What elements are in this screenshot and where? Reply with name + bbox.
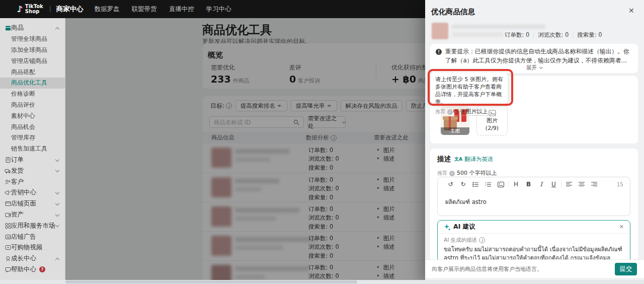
sidebar-item-manage-global-products[interactable]: 管理全球商品	[0, 34, 65, 45]
panel-close-icon[interactable]: ✕	[628, 7, 634, 15]
chevron-down-icon	[55, 168, 59, 172]
nav-live-console[interactable]: 直播中控	[169, 5, 194, 14]
sidebar-item-shoppable-videos[interactable]: 可购物视频	[0, 242, 65, 253]
app-root: ♪ TikTokShop | 商家中心 数据罗盘 联盟带货 直播中控 学习中心 …	[0, 0, 644, 284]
svg-text:AD: AD	[7, 235, 11, 239]
align-right-icon[interactable]	[588, 182, 600, 187]
improvement-filter-dropdown[interactable]: 需要改进之处	[307, 116, 346, 128]
bold-button[interactable]: B	[522, 181, 535, 188]
chevron-down-icon	[55, 190, 59, 194]
redo-icon[interactable]: ↻	[457, 181, 469, 188]
sidebar-item-products[interactable]: 商品	[0, 23, 65, 34]
panel-product-stats: 订单数: 0 浏览次数: 0 搜索量: 0	[505, 31, 602, 39]
insert-image-icon[interactable]	[495, 182, 507, 187]
check-circle-icon: ✓	[447, 109, 453, 115]
col-improvements: 需要改进之处	[374, 134, 409, 141]
info-icon[interactable]: i	[331, 135, 337, 141]
tiktok-note-icon: ♪	[17, 4, 23, 14]
recommend-label: 推荐	[435, 108, 445, 115]
search-input[interactable]	[214, 119, 293, 126]
rich-text-editor: ↺ ↻ 12 H B I U 15 ผลิตภัณฑ์ astro	[437, 177, 630, 216]
stat-need-optimize: 需要优化 233件商品	[211, 63, 250, 85]
sidebar-item-product-opportunities[interactable]: 商品机会	[0, 121, 65, 132]
translate-link[interactable]: 文A 翻译为英语	[454, 156, 493, 163]
sidebar-item-assets[interactable]: 资产	[0, 209, 65, 221]
main-image-label: 主图	[441, 127, 469, 135]
ai-close-icon[interactable]: ✕	[619, 224, 624, 230]
goal-button-search-rank[interactable]: 提高搜索排名	[235, 100, 287, 111]
ai-generated-label: AI 生成的描述i	[444, 237, 624, 244]
info-icon[interactable]: i	[226, 103, 232, 109]
sidebar-item-orders[interactable]: 订单	[0, 155, 65, 166]
font-size-value[interactable]: 15	[617, 181, 623, 187]
sidebar-item-manage-shop-products[interactable]: 管理店铺商品	[0, 55, 65, 66]
chevron-up-icon	[55, 27, 59, 31]
editor-toolbar: ↺ ↻ 12 H B I U 15	[438, 177, 630, 191]
tooltip-text: 请上传至少 5 张图片。拥有多张图片有助于客户查看商品详情，并提高客户下单概率。	[435, 76, 503, 106]
tiktok-shop-logo[interactable]: ♪ TikTokShop	[17, 4, 43, 14]
sidebar-item-app-service-market[interactable]: 应用和服务市场	[0, 220, 65, 231]
italic-button[interactable]: I	[535, 181, 547, 188]
goal-button-risky-listings[interactable]: 解决存在风险的发品	[341, 100, 403, 111]
ai-sparkle-icon	[444, 224, 451, 231]
sidebar-item-price-diagnosis[interactable]: 价格诊断	[0, 89, 65, 100]
goal-button-exposure[interactable]: 提高曝光率	[291, 100, 337, 111]
sidebar-item-product-bundles[interactable]: 商品搭配	[0, 66, 65, 78]
sidebar-item-help-center[interactable]: 帮助中心 ?	[0, 264, 65, 275]
nav-seller-center[interactable]: 商家中心	[56, 5, 84, 14]
editor-content[interactable]: ผลิตภัณฑ์ astro	[438, 191, 630, 212]
sidebar-item-asset-center[interactable]: 素材中心	[0, 110, 65, 121]
sidebar-item-add-global-products[interactable]: 添加全球商品	[0, 45, 65, 56]
scrollbar-thumb[interactable]	[65, 280, 357, 283]
optimize-product-panel: 优化商品信息 ✕ 订单数: 0 浏览次数: 0 搜索量: 0 ! 重要提示：已根…	[425, 0, 644, 284]
sidebar-item-manage-inventory[interactable]: 管理库存	[0, 132, 65, 144]
align-center-icon[interactable]	[575, 182, 588, 187]
sidebar-item-shop-ads[interactable]: AD 店铺广告	[0, 231, 65, 242]
bullet-list-icon[interactable]	[469, 182, 482, 187]
submit-button[interactable]: 提交	[615, 263, 637, 275]
align-left-icon[interactable]	[562, 182, 575, 187]
chevron-down-icon	[55, 212, 59, 216]
nav-data-compass[interactable]: 数据罗盘	[95, 5, 120, 14]
sidebar-item-shipping[interactable]: 发货	[0, 165, 65, 176]
sidebar-item-sales-accelerator[interactable]: 销售加速工具	[0, 144, 65, 155]
chevron-down-icon	[55, 201, 59, 205]
horizontal-scrollbar[interactable]	[0, 280, 644, 284]
nav-affiliate[interactable]: 联盟带货	[132, 5, 157, 14]
alert-info-icon: !	[436, 49, 442, 55]
search-icon[interactable]	[293, 119, 299, 125]
sidebar-item-product-optimizer[interactable]: 商品优化工具	[0, 78, 65, 89]
recommend-value: 5 张图片以上	[455, 108, 488, 116]
product-box-icon	[5, 25, 11, 31]
underline-button[interactable]: U	[547, 181, 560, 188]
nav-learning-center[interactable]: 学习中心	[206, 5, 231, 14]
undo-icon[interactable]: ↺	[444, 181, 457, 188]
panel-product-name-blurred	[452, 25, 545, 29]
notice-text: 重要提示：已根据你提供的信息自动生成商品名称和描述（输出）。你了解（a）此工具仅…	[445, 47, 632, 65]
panel-product-thumb-blurred	[432, 23, 448, 39]
sidebar-item-customers[interactable]: 客户	[0, 176, 65, 187]
locale-note: 向客户展示的商品信息将使用客户当地语言。	[432, 265, 542, 273]
panel-product-id-blurred	[452, 32, 503, 37]
image-count-tooltip: 请上传至少 5 张图片。拥有多张图片有助于客户查看商品详情，并提高客户下单概率。…	[431, 73, 508, 104]
important-notice-card: ! 重要提示：已根据你提供的信息自动生成商品名称和描述（输出）。你了解（a）此工…	[430, 44, 638, 73]
megaphone-icon	[5, 189, 11, 196]
logo-text: TikTokShop	[25, 4, 43, 14]
ad-screen-icon: AD	[5, 234, 11, 240]
info-icon[interactable]: i	[479, 237, 485, 243]
product-thumb-blurred	[211, 236, 231, 256]
product-search-box	[209, 116, 304, 128]
ordered-list-icon[interactable]: 12	[482, 182, 495, 187]
sidebar-item-shop-pages[interactable]: 店铺页面	[0, 198, 65, 209]
help-question-badge: ?	[39, 266, 45, 272]
sidebar-item-product-reviews[interactable]: 商品评价	[0, 100, 65, 111]
product-thumb-blurred	[211, 206, 231, 227]
sidebar-item-growth-center[interactable]: 成长中心	[0, 253, 65, 264]
sidebar-item-marketing-center[interactable]: 营销中心	[0, 187, 65, 198]
ai-suggestion-title: AI 建议	[453, 223, 475, 231]
heading-button[interactable]: H	[510, 181, 522, 188]
expand-toggle[interactable]: 展开	[430, 64, 638, 72]
check-circle-icon: ✓	[449, 171, 455, 176]
help-chat-icon	[5, 266, 11, 273]
product-thumb-blurred	[211, 148, 231, 168]
